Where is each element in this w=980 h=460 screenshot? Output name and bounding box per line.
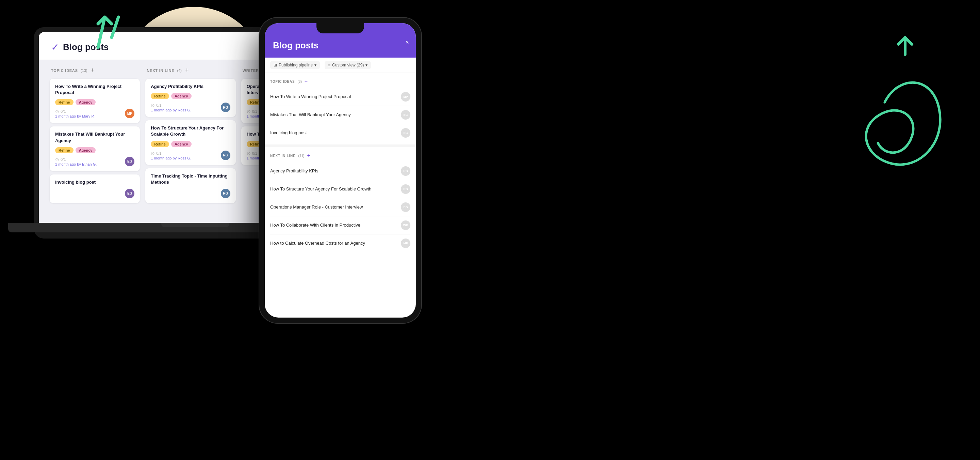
card-check-2: ⊙ 0/1 [55,157,97,162]
phone-topic-ideas-add[interactable]: + [305,78,308,85]
card-winning-proposal-title: How To Write a Winning Project Proposal [55,83,134,96]
phone-item-invoicing[interactable]: Invoicing blog post EG [270,124,410,142]
col-topic-ideas-title: TOPIC IDEAS [51,69,78,73]
card-winning-proposal-meta: ⊙ 0/1 1 month ago by Mary P. MP [55,109,134,118]
phone-item-collaborate-title: How To Collaborate With Clients in Produ… [270,222,401,228]
phone-item-scalable-title: How To Structure Your Agency For Scalabl… [270,186,401,192]
phone-avatar-mp: MP [401,92,410,102]
col-topic-ideas-header: TOPIC IDEAS (13) + [50,67,140,74]
col-topic-ideas-count: (13) [81,69,88,73]
publishing-label: Publishing pipeline [279,63,313,67]
phone-avatar-eg-3: EG [401,203,410,212]
phone-item-ops-manager[interactable]: Operations Manager Role - Customer Inter… [270,198,410,216]
card-bankrupt-agency-title: Mistakes That Will Bankrupt Your Agency [55,131,134,144]
avatar-rg-2: RG [221,151,231,160]
phone-publishing-pipeline-btn[interactable]: ⊞ Publishing pipeline ▾ [270,61,320,69]
card-time-tracking-meta: RG [151,189,230,198]
phone-body: Blog posts × ⊞ Publishing pipeline ▾ ≡ C… [259,17,422,324]
card-time-4: 1 month ago by Ross G. [151,156,191,160]
phone-topic-ideas-title: TOPIC IDEAS [270,80,295,83]
tag-agency-3: Agency [171,93,192,99]
phone-item-collaborate[interactable]: How To Collaborate With Clients in Produ… [270,216,410,235]
col-next-in-line-header: NEXT IN LINE (4) + [145,67,235,74]
col-next-title: NEXT IN LINE [147,69,174,73]
card-bankrupt-agency-tags: Refine Agency [55,147,134,153]
phone-notch [317,23,364,34]
card-profitability-title: Agency Profitability KPIs [151,83,230,89]
phone-divider [265,144,416,147]
phone-item-scalable[interactable]: How To Structure Your Agency For Scalabl… [270,180,410,198]
phone-toolbar: ⊞ Publishing pipeline ▾ ≡ Custom view (2… [265,58,416,73]
card-time-tracking[interactable]: Time Tracking Topic - Time Inputting Met… [145,168,235,203]
grid-icon: ⊞ [274,63,277,67]
phone-section-next-in-line: NEXT IN LINE (11) + Agency Profitability… [265,147,416,255]
logo-icon: ✓ [51,42,59,53]
tag-refine-4: Refine [151,141,169,147]
chevron-down-icon-2: ▾ [366,63,368,67]
phone-custom-view-btn[interactable]: ≡ Custom view (29) ▾ [325,61,371,69]
card-profitability-meta: ⊙ 0/1 1 month ago by Ross G. RG [151,102,230,112]
avatar-eg-2: EG [125,189,134,198]
phone-item-profitability[interactable]: Agency Profitability KPIs RG [270,162,410,180]
phone-item-bankrupt-title: Mistakes That Will Bankrupt Your Agency [270,112,401,118]
col-next-in-line: NEXT IN LINE (4) + Agency Profitability … [143,67,238,217]
phone-item-winning-proposal[interactable]: How To Write a Winning Project Proposal … [270,88,410,106]
phone-avatar-wk: WK [401,220,410,230]
card-check-4: ⊙ 0/1 [151,151,191,156]
check-icon-2: ⊙ [55,157,59,162]
phone-next-count: (11) [298,154,305,158]
phone-close-button[interactable]: × [405,39,409,46]
phone-topic-ideas-count: (3) [298,80,302,83]
filter-icon: ≡ [328,63,331,67]
tag-refine-3: Refine [151,93,169,99]
avatar-rg: RG [221,102,231,112]
phone-mockup: Blog posts × ⊞ Publishing pipeline ▾ ≡ C… [259,17,422,324]
decorative-arrow-top [91,10,135,54]
avatar-eg: EG [125,157,134,166]
phone-avatar-rg-2: RG [401,184,410,194]
check-icon-6: ⊙ [247,151,251,156]
card-invoicing[interactable]: Invoicing blog post EG [50,174,140,203]
card-profitability-tags: Refine Agency [151,93,230,99]
phone-item-bankrupt[interactable]: Mistakes That Will Bankrupt Your Agency … [270,106,410,124]
phone-app-title: Blog posts [273,40,408,51]
col-topic-ideas-add[interactable]: + [91,67,94,74]
chevron-down-icon: ▾ [314,63,317,67]
card-check: ⊙ 0/1 [55,109,94,114]
phone-next-title: NEXT IN LINE [270,154,296,158]
phone-avatar-rg: RG [401,166,410,176]
phone-item-winning-proposal-title: How To Write a Winning Project Proposal [270,94,401,100]
card-profitability[interactable]: Agency Profitability KPIs Refine Agency … [145,79,235,117]
tag-agency-4: Agency [171,141,192,147]
phone-avatar-eg-2: EG [401,128,410,138]
check-icon: ⊙ [55,109,59,114]
phone-item-profitability-title: Agency Profitability KPIs [270,168,401,174]
avatar-rg-3: RG [221,189,231,198]
phone-item-overhead[interactable]: How to Calculate Overhead Costs for an A… [270,235,410,252]
card-scalable-growth-tags: Refine Agency [151,141,230,147]
col-next-count: (4) [177,69,181,73]
col-topic-ideas: TOPIC IDEAS (13) + How To Write a Winnin… [47,67,143,217]
card-time-tracking-title: Time Tracking Topic - Time Inputting Met… [151,173,230,185]
col-next-add[interactable]: + [185,67,189,74]
phone-item-ops-manager-title: Operations Manager Role - Customer Inter… [270,204,401,210]
card-winning-proposal[interactable]: How To Write a Winning Project Proposal … [50,79,140,123]
card-invoicing-meta: EG [55,189,134,198]
check-icon-3: ⊙ [151,102,155,108]
tag-agency: Agency [76,99,96,105]
card-bankrupt-agency-meta: ⊙ 0/1 1 month ago by Ethan G. EG [55,157,134,166]
phone-topic-ideas-header: TOPIC IDEAS (3) + [270,78,410,85]
check-icon-4: ⊙ [151,151,155,156]
card-scalable-growth[interactable]: How To Structure Your Agency For Scalabl… [145,120,235,165]
card-time-2: 1 month ago by Ethan G. [55,162,97,166]
phone-section-topic-ideas: TOPIC IDEAS (3) + How To Write a Winning… [265,73,416,144]
card-time: 1 month ago by Mary P. [55,114,94,118]
avatar-mp: MP [125,109,134,118]
phone-avatar-eg: EG [401,110,410,120]
card-time-3: 1 month ago by Ross G. [151,108,191,112]
phone-next-add[interactable]: + [307,153,310,159]
card-invoicing-title: Invoicing blog post [55,179,134,185]
phone-avatar-mp-2: MP [401,238,410,248]
card-winning-proposal-tags: Refine Agency [55,99,134,105]
card-bankrupt-agency[interactable]: Mistakes That Will Bankrupt Your Agency … [50,126,140,171]
